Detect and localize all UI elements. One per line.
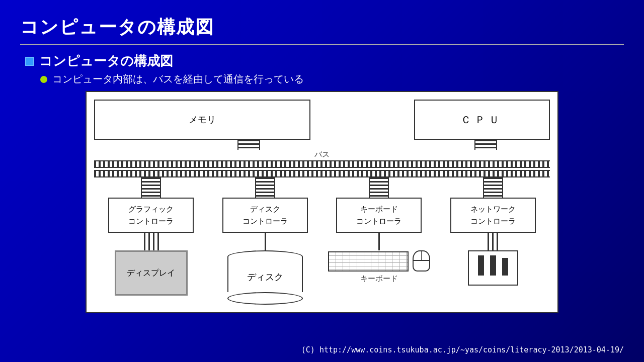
disk-controller: ディスクコントローラ bbox=[222, 198, 308, 233]
main-bullet-text: コンピュータの構成図 bbox=[39, 52, 173, 70]
cpu-connector bbox=[474, 140, 497, 150]
bus-label: バス bbox=[94, 150, 550, 159]
disk-label: ディスク bbox=[247, 271, 283, 283]
mouse-device bbox=[413, 250, 430, 272]
prong-1 bbox=[478, 255, 484, 276]
network-dev-conn bbox=[450, 233, 536, 250]
memory-label: メモリ bbox=[189, 114, 216, 126]
keyboard-device: キーボード bbox=[328, 250, 430, 284]
bus-to-ctrl-row bbox=[94, 177, 550, 198]
network-plug bbox=[468, 250, 518, 286]
diagram-wrapper: メモリ ＣＰＵ バス bbox=[86, 91, 558, 313]
disk-bottom bbox=[227, 292, 303, 305]
devices-row: ディスプレイ ディスク bbox=[94, 250, 550, 305]
mouse-buttons bbox=[414, 251, 429, 261]
page-title: コンピュータの構成図 bbox=[20, 15, 624, 45]
keyboard-body bbox=[328, 251, 409, 272]
disk-col: ディスク bbox=[222, 250, 308, 305]
sub-bullet-text: コンピュータ内部は、バスを経由して通信を行っている bbox=[52, 72, 304, 86]
network-controller: ネットワークコントローラ bbox=[450, 198, 536, 233]
ctrl-conn-2 bbox=[255, 177, 275, 198]
disk-dev-conn bbox=[265, 233, 266, 250]
disk-body: ディスク bbox=[227, 257, 303, 292]
title-section: コンピュータの構成図 bbox=[20, 15, 624, 45]
bullet-circle-icon bbox=[40, 76, 47, 83]
sub-bullet: コンピュータ内部は、バスを経由して通信を行っている bbox=[40, 72, 624, 86]
ctrl-conn-1 bbox=[141, 177, 161, 198]
cpu-box: ＣＰＵ bbox=[414, 100, 550, 140]
plug-prongs bbox=[478, 255, 508, 276]
memory-box: メモリ bbox=[94, 100, 310, 140]
ctrl-conn-3 bbox=[369, 177, 389, 198]
bullet-square-icon bbox=[25, 57, 34, 66]
prong-2 bbox=[490, 255, 496, 276]
ctrl-conn-4 bbox=[483, 177, 503, 198]
display-device: ディスプレイ bbox=[115, 250, 188, 296]
memory-connector bbox=[237, 140, 260, 150]
bus-line-1 bbox=[94, 160, 550, 168]
graphics-dev-conn bbox=[109, 233, 194, 250]
ctrl-to-device-row bbox=[94, 233, 550, 250]
controllers-row: グラフィックコントローラ ディスクコントローラ キーボードコントローラ ネットワ… bbox=[94, 198, 550, 233]
keyboard-col: キーボード bbox=[336, 250, 422, 284]
slide-container: コンピュータの構成図 コンピュータの構成図 コンピュータ内部は、バスを経由して通… bbox=[0, 0, 644, 362]
display-col: ディスプレイ bbox=[108, 250, 194, 296]
footer: (C) http://www.coins.tsukuba.ac.jp/~yas/… bbox=[301, 345, 624, 354]
keyboard-label: キーボード bbox=[360, 274, 398, 284]
keyboard-row bbox=[328, 250, 430, 272]
diagram: メモリ ＣＰＵ バス bbox=[94, 100, 550, 305]
main-bullet: コンピュータの構成図 bbox=[25, 52, 624, 70]
bus-area: バス bbox=[94, 150, 550, 177]
cpu-label: ＣＰＵ bbox=[461, 113, 503, 127]
display-label: ディスプレイ bbox=[127, 268, 175, 279]
keyboard-controller: キーボードコントローラ bbox=[336, 198, 422, 233]
keyboard-dev-conn bbox=[378, 233, 380, 250]
disk-device: ディスク bbox=[227, 250, 303, 305]
bus-line-2 bbox=[94, 170, 550, 177]
network-col bbox=[450, 250, 536, 286]
graphics-controller: グラフィックコントローラ bbox=[108, 198, 194, 233]
bullet-section: コンピュータの構成図 コンピュータ内部は、バスを経由して通信を行っている bbox=[25, 52, 624, 86]
prong-3 bbox=[502, 258, 508, 276]
